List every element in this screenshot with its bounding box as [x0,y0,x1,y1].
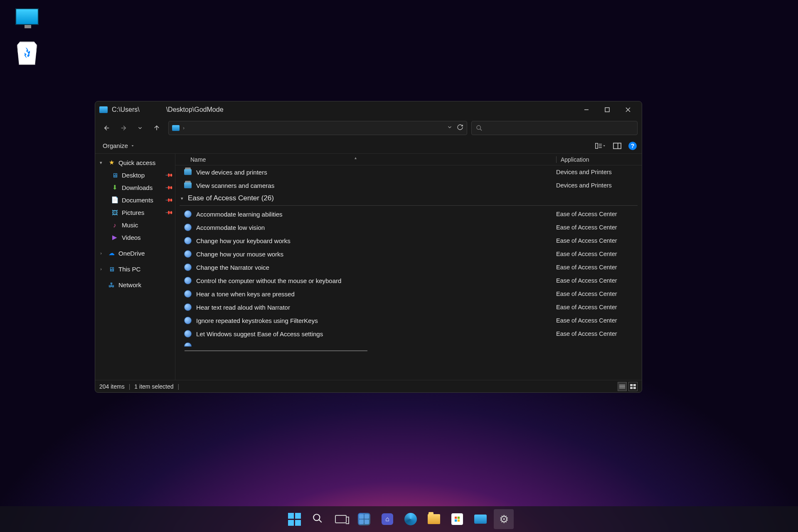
chevron-down-icon: ▾ [179,196,185,201]
ease-of-access-icon [184,210,192,218]
maximize-button[interactable] [597,101,618,118]
item-application: Ease of Access Center [556,277,642,284]
desktop-icon-this-pc[interactable] [12,8,42,25]
sidebar-pictures[interactable]: 🖼Pictures📌 [95,206,175,219]
start-button[interactable] [284,509,304,529]
sidebar-this-pc[interactable]: ›🖥This PC [95,263,175,275]
sidebar-downloads[interactable]: ⬇Downloads📌 [95,181,175,194]
close-button[interactable] [618,101,638,118]
desktop-icon-recycle-bin[interactable] [12,42,42,65]
item-name: Change how your mouse works [196,251,556,258]
taskbar-edge[interactable] [401,509,421,529]
window-icon [99,106,108,113]
taskbar-search[interactable] [308,509,328,529]
taskbar-widgets[interactable] [354,509,374,529]
document-icon: 📄 [111,196,118,204]
svg-rect-20 [458,517,460,519]
list-item[interactable]: Control the computer without the mouse o… [175,274,642,287]
preview-pane-button[interactable] [612,142,623,150]
sidebar-desktop[interactable]: 🖥Desktop📌 [95,169,175,181]
search-input[interactable] [471,121,638,135]
item-application: Ease of Access Center [556,224,642,231]
search-icon [312,513,323,525]
chevron-right-icon: › [98,251,104,256]
store-icon [451,513,463,525]
list-item[interactable]: Hear a tone when keys are pressedEase of… [175,287,642,300]
minimize-button[interactable] [576,101,597,118]
nav-sidebar: ▾ ★ Quick access 🖥Desktop📌 ⬇Downloads📌 📄… [95,154,175,380]
item-application: Ease of Access Center [556,211,642,217]
address-dropdown-icon[interactable] [447,124,453,132]
horizontal-scrollbar[interactable] [185,350,367,351]
taskbar-store[interactable] [447,509,467,529]
thumbnails-view-button[interactable] [628,382,638,391]
sidebar-videos[interactable]: ▶Videos [95,231,175,244]
svg-rect-19 [455,517,457,519]
svg-rect-15 [633,384,636,386]
widgets-icon [358,513,370,525]
refresh-button[interactable] [457,124,463,132]
sidebar-onedrive[interactable]: ›☁OneDrive [95,247,175,259]
list-item[interactable]: Hear text read aloud with NarratorEase o… [175,300,642,314]
list-item[interactable]: Let Windows suggest Ease of Access setti… [175,327,642,340]
group-header-ease-of-access[interactable]: ▾Ease of Access Center (26) [175,192,642,204]
ease-of-access-icon [184,223,192,232]
list-item[interactable]: View devices and printersDevices and Pri… [175,165,642,179]
sidebar-documents[interactable]: 📄Documents📌 [95,194,175,206]
list-item[interactable]: View scanners and camerasDevices and Pri… [175,179,642,192]
address-bar[interactable]: › [168,121,467,135]
chevron-down-icon: ▾ [98,160,104,165]
sidebar-network[interactable]: ›🖧Network [95,278,175,291]
control-panel-icon [184,181,192,190]
item-name: Control the computer without the mouse o… [196,277,556,284]
svg-rect-16 [630,387,633,389]
list-item-partial [175,340,642,348]
folder-icon [428,514,440,524]
taskbar-chat[interactable]: ⌂ [377,509,397,529]
taskbar-mail[interactable] [470,509,490,529]
recent-dropdown[interactable] [133,121,148,135]
organize-button[interactable]: Organize [100,140,137,151]
help-button[interactable]: ? [628,142,637,150]
item-application: Ease of Access Center [556,251,642,257]
nav-row: › [95,118,642,138]
column-headers: Name▴ Application [175,154,642,165]
list-item[interactable]: Change how your mouse worksEase of Acces… [175,247,642,261]
item-name: Change how your keyboard works [196,237,556,244]
taskbar-explorer[interactable] [424,509,444,529]
chat-icon: ⌂ [382,513,393,525]
column-name[interactable]: Name▴ [190,156,556,163]
taskbar-taskview[interactable] [331,509,351,529]
chevron-down-icon [602,144,606,148]
sort-indicator-icon: ▴ [355,155,357,160]
forward-button[interactable] [116,121,131,135]
sidebar-quick-access[interactable]: ▾ ★ Quick access [95,156,175,169]
svg-rect-22 [458,520,460,522]
ease-of-access-icon [184,263,192,271]
list-item[interactable]: Change how your keyboard worksEase of Ac… [175,234,642,247]
item-application: Ease of Access Center [556,264,642,271]
sidebar-music[interactable]: ♪Music [95,219,175,231]
up-button[interactable] [149,121,164,135]
item-name: View scanners and cameras [196,182,556,189]
chevron-down-icon [131,144,135,148]
list-item[interactable]: Accommodate learning abilitiesEase of Ac… [175,207,642,221]
taskbar-settings[interactable]: ⚙ [494,509,514,529]
details-view-button[interactable] [618,382,627,391]
item-name: View devices and printers [196,169,556,176]
item-name: Accommodate low vision [196,224,556,231]
column-application[interactable]: Application [556,156,642,163]
svg-rect-1 [605,108,609,112]
download-icon: ⬇ [111,184,118,191]
view-options-button[interactable] [595,142,606,150]
list-item[interactable]: Accommodate low visionEase of Access Cen… [175,221,642,234]
status-bar: 204 items | 1 item selected | [95,380,642,392]
titlebar[interactable]: C:\Users\ \Desktop\GodMode [95,101,642,118]
toolbar: Organize ? [95,138,642,154]
svg-point-18 [313,514,320,520]
back-button[interactable] [99,121,114,135]
pin-icon: 📌 [165,196,174,204]
pin-icon: 📌 [165,183,174,192]
list-item[interactable]: Ignore repeated keystrokes using FilterK… [175,314,642,327]
list-item[interactable]: Change the Narrator voiceEase of Access … [175,261,642,274]
